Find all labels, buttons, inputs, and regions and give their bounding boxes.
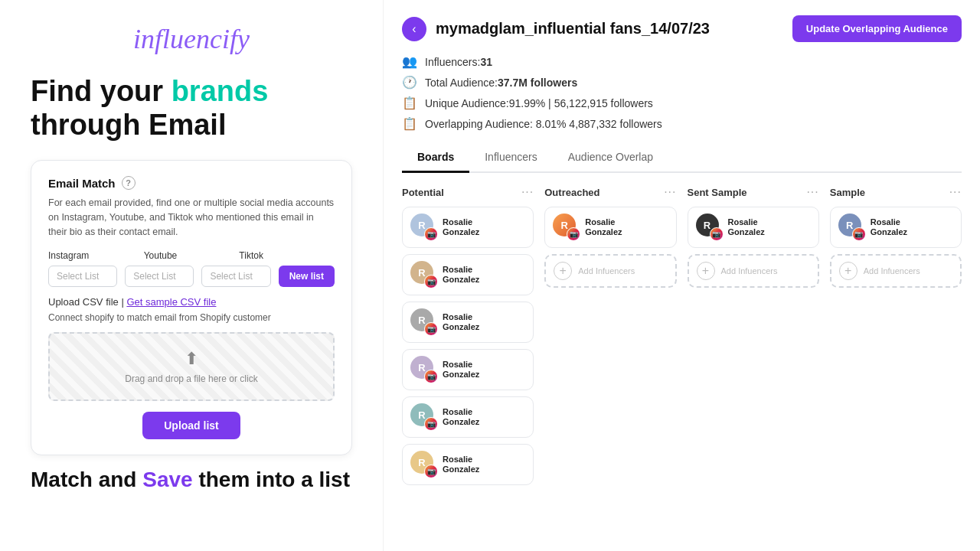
board-sent-sample: Sent Sample ··· R 📷 RosalieGonzalez + Ad…: [688, 185, 819, 491]
board-potential-header: Potential ···: [402, 185, 534, 199]
tab-audience-overlap[interactable]: Audience Overlap: [553, 143, 668, 173]
add-label: Add Infuencers: [578, 266, 635, 276]
stats-row: 👥 Influencers:31 🕐 Total Audience:37.7M …: [402, 54, 962, 131]
back-button[interactable]: ‹: [402, 17, 426, 41]
board-sample: Sample ··· R 📷 RosalieGonzalez + Add Inf…: [830, 185, 962, 491]
copy-icon-1: 📋: [402, 96, 417, 110]
list-item: R 📷 RosalieGonzalez: [830, 207, 962, 248]
logo: influencify: [31, 23, 352, 55]
list-selects: Select List Select List Select List New …: [48, 266, 335, 287]
add-influencers-sent-sample[interactable]: + Add Infuencers: [688, 254, 819, 288]
tab-influencers[interactable]: Influencers: [469, 143, 552, 173]
list-item: R📷 RosalieGonzalez: [402, 444, 534, 485]
stat-total-audience: 🕐 Total Audience:37.7M followers: [402, 75, 962, 90]
update-overlapping-button[interactable]: Update Overlapping Audience: [792, 15, 962, 42]
upload-zone-text: Drag and drop a file here or click: [125, 373, 257, 384]
board-outreached-title: Outreached: [544, 187, 599, 198]
list-item: R📷 RosalieGonzalez: [402, 254, 534, 295]
new-list-button[interactable]: New list: [279, 266, 335, 287]
help-icon[interactable]: ?: [122, 176, 136, 190]
left-panel: influencify Find your brands through Ema…: [0, 0, 383, 551]
copy-icon-2: 📋: [402, 116, 417, 131]
add-plus-icon: +: [554, 262, 572, 280]
upload-cloud-icon: ⬆: [185, 349, 198, 369]
list-item: R📷 RosalieGonzalez: [402, 302, 534, 343]
influencer-name: RosalieGonzalez: [585, 217, 622, 237]
tagline: Match and Save them into a list: [31, 468, 352, 492]
headline: Find your brands through Email: [31, 75, 352, 142]
title-group: ‹ mymadglam_influential fans_14/07/23: [402, 17, 710, 41]
board-potential-more-icon[interactable]: ···: [521, 185, 534, 199]
right-panel: ‹ mymadglam_influential fans_14/07/23 Up…: [383, 0, 980, 551]
influencer-name: RosalieGonzalez: [443, 312, 479, 332]
upload-list-button[interactable]: Upload list: [142, 412, 240, 439]
board-outreached-header: Outreached ···: [544, 185, 676, 199]
tabs: Boards Influencers Audience Overlap: [402, 143, 962, 173]
shopify-row: Connect shopify to match email from Shop…: [48, 312, 335, 323]
board-sample-title: Sample: [830, 187, 865, 198]
boards-container: Potential ··· R📷 RosalieGonzalez R📷 Rosa…: [402, 185, 962, 491]
board-sample-more-icon[interactable]: ···: [949, 185, 962, 199]
add-label: Add Infuencers: [721, 266, 778, 276]
list-item: R📷 RosalieGonzalez: [402, 396, 534, 438]
total-audience-label: Total Audience:37.7M followers: [425, 77, 577, 89]
youtube-select[interactable]: Select List: [125, 266, 194, 287]
card-description: For each email provided, find one or mul…: [48, 196, 335, 239]
board-sent-sample-more-icon[interactable]: ···: [806, 185, 818, 199]
card-title: Email Match: [48, 177, 116, 190]
right-header: ‹ mymadglam_influential fans_14/07/23 Up…: [402, 15, 962, 42]
add-label: Add Infuencers: [864, 266, 920, 276]
list-item: R📷 RosalieGonzalez: [402, 207, 534, 248]
board-outreached-more-icon[interactable]: ···: [664, 185, 676, 199]
add-plus-icon: +: [697, 262, 715, 280]
list-item: R 📷 RosalieGonzalez: [544, 207, 676, 248]
board-outreached: Outreached ··· R 📷 RosalieGonzalez + Add…: [544, 185, 676, 491]
influencers-icon: 👥: [402, 54, 417, 69]
influencer-name: RosalieGonzalez: [443, 455, 479, 474]
upload-zone[interactable]: ⬆ Drag and drop a file here or click: [48, 332, 335, 401]
influencer-name: RosalieGonzalez: [443, 265, 479, 285]
list-labels: Instagram Youtube Tiktok: [48, 250, 335, 261]
add-influencers-sample[interactable]: + Add Infuencers: [830, 254, 962, 288]
upload-csv-label: Upload CSV file |: [48, 296, 124, 308]
board-sent-sample-title: Sent Sample: [688, 187, 747, 198]
tab-boards[interactable]: Boards: [402, 143, 469, 173]
card-header: Email Match ?: [48, 176, 335, 190]
stat-influencers: 👥 Influencers:31: [402, 54, 962, 69]
board-potential-title: Potential: [402, 187, 444, 198]
unique-audience-value: Unique Audience:91.99% | 56,122,915 foll…: [425, 97, 653, 109]
csv-row: Upload CSV file | Get sample CSV file: [48, 296, 335, 308]
clock-icon: 🕐: [402, 75, 417, 90]
email-match-card: Email Match ? For each email provided, f…: [31, 160, 352, 455]
tiktok-select[interactable]: Select List: [201, 266, 270, 287]
influencers-count: Influencers:31: [425, 56, 492, 68]
stat-unique-audience: 📋 Unique Audience:91.99% | 56,122,915 fo…: [402, 96, 962, 110]
board-potential: Potential ··· R📷 RosalieGonzalez R📷 Rosa…: [402, 185, 534, 491]
list-item: R 📷 RosalieGonzalez: [688, 207, 819, 248]
instagram-label: Instagram: [48, 250, 144, 261]
influencer-name: RosalieGonzalez: [443, 360, 479, 380]
instagram-select[interactable]: Select List: [48, 266, 117, 287]
add-influencers-outreached[interactable]: + Add Infuencers: [544, 254, 676, 288]
board-sent-sample-header: Sent Sample ···: [688, 185, 819, 199]
influencer-name: RosalieGonzalez: [443, 407, 479, 427]
page-title: mymadglam_influential fans_14/07/23: [436, 20, 710, 37]
influencer-name: RosalieGonzalez: [728, 217, 765, 237]
list-item: R📷 RosalieGonzalez: [402, 349, 534, 390]
stat-overlapping-audience: 📋 Overlapping Audience: 8.01% 4,887,332 …: [402, 116, 962, 131]
add-plus-icon: +: [839, 262, 858, 280]
tiktok-label: Tiktok: [239, 250, 335, 261]
influencer-name: RosalieGonzalez: [871, 217, 907, 237]
sample-csv-link[interactable]: Get sample CSV file: [126, 296, 216, 308]
influencer-name: RosalieGonzalez: [443, 217, 479, 237]
overlapping-audience-value: Overlapping Audience: 8.01% 4,887,332 fo…: [425, 118, 662, 130]
youtube-label: Youtube: [144, 250, 240, 261]
board-sample-header: Sample ···: [830, 185, 962, 199]
